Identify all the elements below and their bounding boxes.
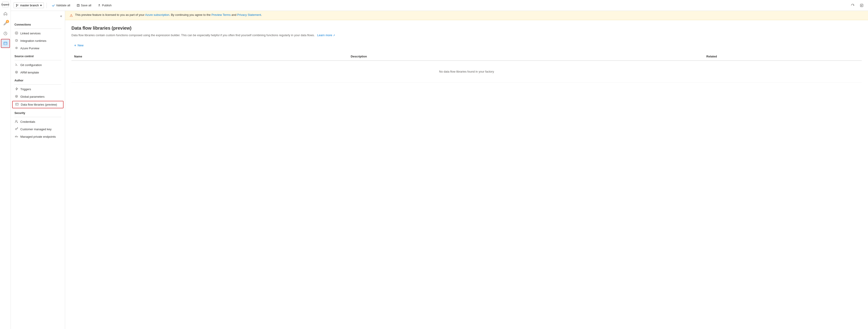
sidebar-item-arm-template[interactable]: ARM template [11,69,65,76]
save-all-label: Save all [81,4,91,7]
col-name-header: Name [71,53,348,61]
col-related-header: Related [704,53,862,61]
connections-header: Connections [11,20,65,28]
new-button[interactable]: + New [71,42,86,49]
svg-point-14 [16,120,17,122]
preview-terms-link[interactable]: Preview Terms [211,13,230,17]
sidebar-item-customer-managed-key[interactable]: Customer managed key [11,125,65,133]
source-control-header: Source control [11,52,65,59]
linked-services-label: Linked services [20,32,41,35]
svg-rect-1 [4,42,7,45]
warning-banner: ⚠ This preview feature is licensed to yo… [65,11,868,20]
svg-rect-6 [77,5,79,6]
sidebar-item-global-parameters[interactable]: Global parameters [11,93,65,100]
main-panel: ⚠ This preview feature is licensed to yo… [65,11,868,329]
content-area: « Connections Linked services Integratio… [11,11,868,329]
sidebar-item-azure-purview[interactable]: Azure Purview [11,44,65,52]
expand-button[interactable]: Expand [2,2,8,7]
new-plus-icon: + [74,43,76,48]
customer-managed-key-icon [14,127,19,131]
publish-label: Publish [102,4,112,7]
customer-managed-key-label: Customer managed key [20,127,52,131]
svg-point-3 [16,6,17,6]
page-title: Data flow libraries (preview) [71,26,862,31]
notifications-button[interactable] [858,2,865,9]
toolbar-separator [46,3,47,8]
warning-text: This preview feature is licensed to you … [75,13,262,17]
git-config-icon [14,63,19,67]
credentials-label: Credentials [20,120,35,123]
sidebar: « Connections Linked services Integratio… [11,11,65,329]
git-configuration-label: Git configuration [20,63,42,67]
save-all-button[interactable]: Save all [74,2,94,8]
sidebar-item-credentials[interactable]: Credentials [11,118,65,125]
col-description-header: Description [348,53,704,61]
author-badge: 1 [6,20,9,23]
triggers-label: Triggers [20,88,31,91]
svg-rect-13 [16,103,18,106]
author-header: Author [11,76,65,84]
author-divider [14,84,61,85]
privacy-statement-link[interactable]: Privacy Statement [237,13,261,17]
toolbar-right [849,2,865,9]
arm-template-icon [14,70,19,74]
sidebar-item-managed-private-endpoints[interactable]: Managed private endpoints [11,133,65,141]
sidebar-collapse-btn: « [11,13,65,20]
managed-private-endpoints-label: Managed private endpoints [20,135,56,139]
sidebar-item-triggers[interactable]: Triggers [11,86,65,93]
svg-point-10 [16,48,17,49]
security-header: Security [11,109,65,116]
page-content: Data flow libraries (preview) Data flow … [65,20,868,329]
warning-icon: ⚠ [70,13,73,18]
rail-icon-home[interactable] [1,9,10,18]
publish-button[interactable]: Publish [95,2,114,8]
icon-rail: Expand 1 [0,0,11,329]
app-container: master branch ▾ Validate all Save all Pu… [11,0,868,329]
data-flow-libraries-icon [15,102,19,107]
rail-icon-author[interactable]: 1 [1,19,10,28]
global-params-icon [14,94,19,99]
sidebar-item-integration-runtimes[interactable]: Integration runtimes [11,37,65,44]
expand-label: Expand [2,3,9,6]
arm-template-label: ARM template [20,71,39,74]
toolbar: master branch ▾ Validate all Save all Pu… [11,0,868,11]
branch-selector[interactable]: master branch ▾ [13,2,44,8]
rail-icon-manage[interactable] [1,39,10,48]
svg-rect-7 [860,4,863,7]
azure-subscription-link[interactable]: Azure subscription [145,13,169,17]
empty-message: No data flow libraries found in your fac… [71,61,862,83]
azure-purview-icon [14,46,19,51]
linked-services-icon [14,31,19,35]
sidebar-item-data-flow-libraries[interactable]: Data flow libraries (preview) [12,101,64,108]
validate-all-label: Validate all [56,4,70,7]
branch-name: master branch [20,4,39,7]
external-link-icon: ↗ [333,34,335,37]
data-table: Name Description Related No data flow li… [71,53,862,83]
triggers-icon [14,87,19,91]
sidebar-collapse-icon[interactable]: « [59,13,63,19]
managed-private-endpoints-icon [14,134,19,139]
rail-icon-monitor[interactable] [1,29,10,38]
table-empty-row: No data flow libraries found in your fac… [71,61,862,83]
integration-runtimes-icon [14,39,19,43]
sidebar-item-git-configuration[interactable]: Git configuration [11,61,65,69]
credentials-icon [14,120,19,124]
integration-runtimes-label: Integration runtimes [20,39,46,42]
validate-all-button[interactable]: Validate all [50,2,72,8]
svg-point-2 [16,4,17,5]
new-label: New [78,43,84,47]
data-flow-libraries-label: Data flow libraries (preview) [21,103,57,106]
azure-purview-label: Azure Purview [20,47,39,50]
branch-chevron-icon: ▾ [40,4,42,7]
source-control-divider [14,60,61,60]
sidebar-item-linked-services[interactable]: Linked services [11,30,65,37]
learn-more-link[interactable]: Learn more ↗ [316,33,335,37]
refresh-button[interactable] [849,2,856,9]
global-parameters-label: Global parameters [20,95,44,98]
page-description: Data flow libraries contain custom funct… [71,33,862,37]
